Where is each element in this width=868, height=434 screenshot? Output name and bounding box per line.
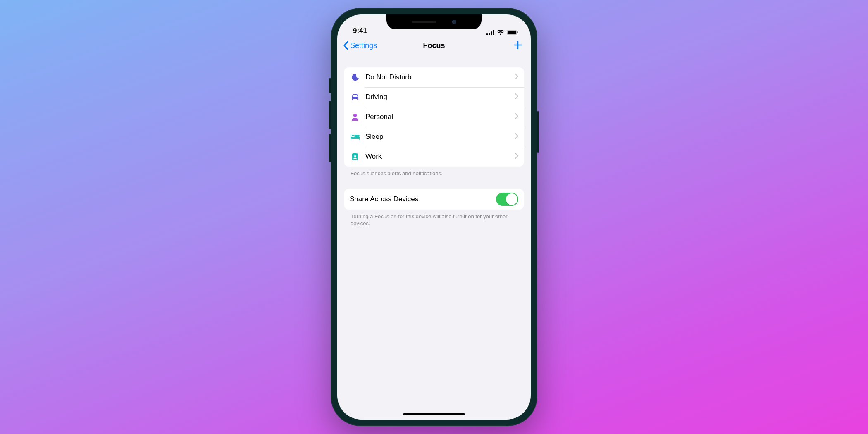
phone-frame: 9:41 Settings Focus xyxy=(331,8,537,426)
cellular-icon xyxy=(486,30,494,35)
focus-row-do-not-disturb[interactable]: Do Not Disturb xyxy=(344,67,524,87)
chevron-right-icon xyxy=(515,74,518,81)
home-indicator[interactable] xyxy=(403,413,465,415)
share-across-devices-row: Share Across Devices xyxy=(344,189,524,210)
svg-rect-1 xyxy=(489,33,490,35)
share-footer: Turning a Focus on for this device will … xyxy=(344,210,524,227)
svg-rect-12 xyxy=(359,138,360,140)
chevron-right-icon xyxy=(515,113,518,121)
focus-row-work[interactable]: Work xyxy=(344,147,524,167)
content: Do Not Disturb Driving Personal xyxy=(337,67,531,227)
speaker-grille xyxy=(412,21,436,23)
focus-row-personal[interactable]: Personal xyxy=(344,107,524,127)
svg-rect-10 xyxy=(351,134,351,140)
focus-list: Do Not Disturb Driving Personal xyxy=(344,67,524,167)
focus-row-label: Personal xyxy=(365,113,515,121)
front-camera xyxy=(452,20,456,24)
status-time: 9:41 xyxy=(353,27,367,35)
battery-icon xyxy=(507,30,518,35)
focus-row-sleep[interactable]: Sleep xyxy=(344,127,524,147)
chevron-left-icon xyxy=(343,41,348,50)
badge-icon xyxy=(350,153,360,161)
person-icon xyxy=(350,113,360,121)
share-toggle[interactable] xyxy=(496,193,518,206)
wifi-icon xyxy=(497,30,504,35)
focus-row-label: Sleep xyxy=(365,133,515,141)
car-icon xyxy=(350,94,360,100)
focus-row-label: Driving xyxy=(365,93,515,101)
volume-up-button xyxy=(329,101,331,129)
svg-point-9 xyxy=(353,114,357,117)
screen: 9:41 Settings Focus xyxy=(337,14,531,420)
svg-rect-6 xyxy=(517,31,518,33)
svg-rect-3 xyxy=(493,30,494,35)
svg-rect-14 xyxy=(354,135,360,137)
svg-point-17 xyxy=(354,155,356,157)
plus-icon xyxy=(513,41,522,50)
focus-list-footer: Focus silences alerts and notifications. xyxy=(344,167,524,177)
status-icons xyxy=(486,30,518,35)
focus-row-label: Work xyxy=(365,153,515,161)
add-button[interactable] xyxy=(513,39,525,52)
back-button[interactable]: Settings xyxy=(343,41,377,50)
notch xyxy=(386,14,482,29)
chevron-right-icon xyxy=(515,133,518,141)
focus-row-driving[interactable]: Driving xyxy=(344,87,524,107)
nav-bar: Settings Focus xyxy=(337,35,531,56)
power-button xyxy=(537,111,539,153)
chevron-right-icon xyxy=(515,93,518,101)
svg-rect-2 xyxy=(491,31,492,35)
svg-point-8 xyxy=(357,98,358,98)
svg-rect-16 xyxy=(354,153,356,154)
mute-switch xyxy=(329,78,331,93)
back-label: Settings xyxy=(350,41,377,50)
svg-rect-5 xyxy=(508,31,516,34)
svg-point-13 xyxy=(352,135,354,137)
bed-icon xyxy=(350,134,360,140)
volume-down-button xyxy=(329,134,331,162)
svg-rect-0 xyxy=(486,33,488,35)
moon-icon xyxy=(350,73,360,81)
chevron-right-icon xyxy=(515,153,518,160)
focus-row-label: Do Not Disturb xyxy=(365,73,515,81)
share-group: Share Across Devices xyxy=(344,189,524,210)
share-label: Share Across Devices xyxy=(350,195,418,203)
svg-point-7 xyxy=(353,98,353,98)
